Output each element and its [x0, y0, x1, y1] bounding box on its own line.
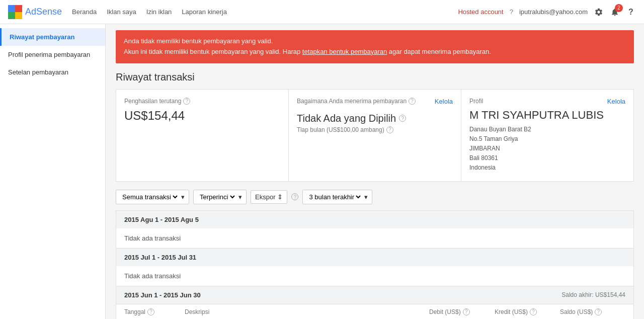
ekspor-help-icon[interactable]: ?	[291, 193, 298, 200]
col-saldo-help-icon[interactable]: ?	[595, 308, 602, 315]
nav-right: Hosted account ? iputralubis@yahoo.com 2…	[458, 7, 636, 17]
user-email: iputralubis@yahoo.com	[519, 8, 588, 16]
transactions-table: 2015 Agu 1 - 2015 Agu 5 Tidak ada transa…	[116, 210, 634, 319]
sidebar: Riwayat pembayaran Profil penerima pemba…	[0, 24, 106, 319]
table-column-headers: Tanggal ? Deskripsi Debit (US$) ? Kredit…	[116, 304, 633, 319]
pembayaran-help-icon[interactable]: ?	[409, 98, 416, 105]
col-tanggal-help-icon[interactable]: ?	[147, 308, 154, 315]
col-debit-help-icon[interactable]: ?	[463, 308, 470, 315]
nav-links: Beranda Iklan saya Izin iklan Laporan ki…	[72, 6, 458, 18]
sidebar-item-setelan-pembayaran[interactable]: Setelan pembayaran	[0, 63, 105, 81]
period-header-jul: 2015 Jul 1 - 2015 Jul 31	[116, 249, 633, 266]
pembayaran-kelola-link[interactable]: Kelola	[435, 98, 453, 105]
settings-icon[interactable]	[594, 7, 604, 17]
period-label-aug: 2015 Agu 1 - 2015 Agu 5	[124, 216, 199, 223]
pembayaran-sub-help-icon[interactable]: ?	[386, 126, 393, 133]
period-header-aug: 2015 Agu 1 - 2015 Agu 5	[116, 211, 633, 228]
svg-rect-3	[15, 12, 22, 19]
period-select[interactable]: 3 bulan terakhir	[307, 193, 362, 201]
page-title: Riwayat transaksi	[116, 71, 634, 83]
pembayaran-value: Tidak Ada yang Dipilih	[297, 113, 396, 124]
card-profil: Profil Kelola M TRI SYAHPUTRA LUBIS Dana…	[461, 90, 633, 181]
svg-rect-2	[8, 12, 15, 19]
nav-beranda[interactable]: Beranda	[72, 6, 97, 18]
nav-laporan-kinerja[interactable]: Laporan kinerja	[182, 6, 227, 18]
col-kredit-label: Kredit (US$)	[495, 308, 528, 315]
svg-rect-1	[15, 5, 22, 12]
detail-select[interactable]: Terperinci	[198, 193, 236, 201]
detail-filter[interactable]: Terperinci ▾	[193, 190, 247, 204]
pembayaran-value-help-icon[interactable]: ?	[399, 115, 406, 122]
transaksi-filter[interactable]: Semua transaksi ▾	[116, 190, 189, 204]
logo-text: AdSense	[25, 7, 62, 17]
penghasilan-label: Penghasilan terutang	[124, 98, 181, 105]
profil-label: Profil	[469, 98, 483, 105]
transaksi-select[interactable]: Semua transaksi	[120, 193, 179, 201]
nav-izin-iklan[interactable]: Izin iklan	[146, 6, 172, 18]
notifications-icon[interactable]: 2	[610, 7, 620, 17]
alert-banner: Anda tidak memiliki bentuk pembayaran ya…	[116, 30, 634, 63]
nav-iklan-saya[interactable]: Iklan saya	[107, 6, 136, 18]
card-pembayaran: Bagaimana Anda menerima pembayaran ? Kel…	[289, 90, 461, 181]
profil-address: Danau Buyan Barat B2 No.5 Taman Griya JI…	[469, 125, 625, 173]
notification-badge: 2	[615, 4, 623, 12]
google-logo-icon	[8, 5, 22, 19]
col-tanggal-label: Tanggal	[124, 308, 145, 315]
alert-link[interactable]: tetapkan bentuk pembayaran	[302, 48, 387, 55]
pembayaran-label: Bagaimana Anda menerima pembayaran	[297, 98, 407, 105]
card-penghasilan: Penghasilan terutang ? US$154,44	[116, 90, 289, 181]
svg-rect-0	[8, 5, 15, 12]
penghasilan-help-icon[interactable]: ?	[183, 98, 190, 105]
ekspor-button[interactable]: Ekspor ⇕	[251, 190, 287, 204]
main-content: Anda tidak memiliki bentuk pembayaran ya…	[106, 24, 644, 319]
alert-line1: Anda tidak memiliki bentuk pembayaran ya…	[124, 36, 626, 47]
filters-row: Semua transaksi ▾ Terperinci ▾ Ekspor ⇕ …	[116, 190, 634, 204]
period-label-jul: 2015 Jul 1 - 2015 Jul 31	[124, 254, 196, 261]
period-saldo-jun: Saldo akhir: US$154,44	[561, 291, 625, 298]
period-filter[interactable]: 3 bulan terakhir ▾	[302, 190, 372, 204]
cards-row: Penghasilan terutang ? US$154,44 Bagaima…	[116, 89, 634, 182]
sidebar-item-riwayat-pembayaran[interactable]: Riwayat pembayaran	[0, 28, 105, 46]
sidebar-item-profil-penerima[interactable]: Profil penerima pembayaran	[0, 46, 105, 63]
col-saldo-label: Saldo (US$)	[560, 308, 593, 315]
logo[interactable]: AdSense	[8, 5, 62, 19]
col-debit-label: Debit (US$)	[429, 308, 461, 315]
top-navigation: AdSense Beranda Iklan saya Izin iklan La…	[0, 0, 644, 24]
hosted-account-label[interactable]: Hosted account	[458, 8, 503, 16]
help-icon[interactable]: ?	[626, 7, 636, 17]
profil-kelola-link[interactable]: Kelola	[607, 98, 625, 105]
no-trans-jul: Tidak ada transaksi	[116, 266, 633, 286]
col-kredit-help-icon[interactable]: ?	[530, 308, 537, 315]
pembayaran-sub: Tiap bulan (US$100,00 ambang)	[297, 126, 384, 133]
hosted-account-help-icon[interactable]: ?	[510, 8, 513, 16]
alert-line2: Akun ini tidak memiliki bentuk pembayara…	[124, 47, 626, 57]
penghasilan-value: US$154,44	[124, 109, 280, 123]
col-deskripsi-label: Deskripsi	[185, 308, 209, 315]
no-trans-aug: Tidak ada transaksi	[116, 228, 633, 249]
period-header-jun: 2015 Jun 1 - 2015 Jun 30 Saldo akhir: US…	[116, 286, 633, 304]
period-label-jun: 2015 Jun 1 - 2015 Jun 30	[124, 291, 201, 299]
profil-name: M TRI SYAHPUTRA LUBIS	[469, 109, 625, 122]
